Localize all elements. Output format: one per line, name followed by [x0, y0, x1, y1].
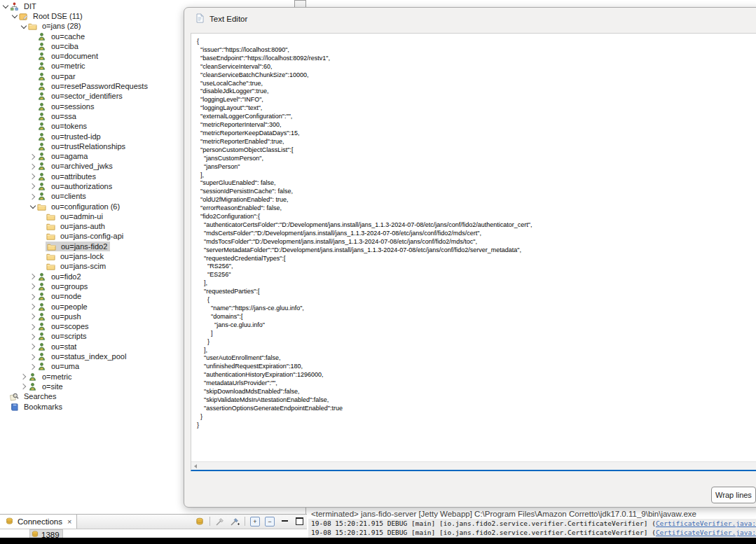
log-text: 19-08 15:20:21.915 DEBUG [main] [io.jans…: [311, 529, 656, 536]
ou-icon: [36, 192, 46, 202]
indent-spacer: [38, 223, 46, 230]
indent-spacer: [29, 73, 36, 81]
tree-item-label: DIT: [22, 2, 39, 11]
close-connection-button[interactable]: [229, 516, 240, 527]
tree-item-label: ou=uma: [49, 362, 81, 371]
expand-arrow-icon[interactable]: [20, 383, 27, 391]
expand-arrow-icon[interactable]: [29, 273, 36, 281]
expand-arrow-icon[interactable]: [29, 363, 36, 370]
folder-icon: [27, 22, 37, 32]
indent-spacer: [29, 123, 36, 130]
console-log-line: 19-08 15:20:21.915 DEBUG [main] [io.jans…: [308, 519, 756, 528]
ou-icon: [36, 92, 46, 102]
text-editor-header: Text Editor: [184, 8, 756, 25]
folder-icon: [46, 232, 55, 242]
indent-spacer: [38, 243, 46, 251]
minimize-button[interactable]: [279, 516, 290, 527]
indent-spacer: [29, 43, 36, 50]
tree-item-label: Bookmarks: [22, 403, 64, 412]
indent-spacer: [29, 33, 36, 41]
ou-icon: [36, 111, 46, 121]
connections-toolbar: +−: [194, 515, 305, 528]
expand-arrow-icon[interactable]: [29, 153, 36, 160]
box-minus-icon: −: [265, 517, 275, 526]
connections-tab-label: Connections: [18, 517, 62, 526]
ou-icon: [36, 132, 46, 141]
rootdse-icon: [18, 11, 28, 21]
indent-spacer: [29, 53, 36, 60]
log-text: 19-08 15:20:21.915 DEBUG [main] [io.jans…: [311, 519, 656, 527]
expand-arrow-icon[interactable]: [29, 353, 36, 361]
tree-item-label: o=jans (28): [40, 22, 83, 31]
wrap-lines-button[interactable]: Wrap lines: [711, 487, 756, 503]
toolbar-separator: [209, 517, 210, 526]
collapse-arrow-icon[interactable]: [20, 22, 27, 30]
folder-icon: [46, 262, 55, 272]
tree-item-label: ou=tokens: [49, 122, 89, 131]
ou-icon: [36, 71, 46, 81]
expand-arrow-icon[interactable]: [29, 313, 36, 321]
indent-spacer: [29, 143, 36, 151]
ou-icon: [36, 302, 46, 312]
tab-connections[interactable]: Connections ×: [0, 515, 77, 529]
expand-arrow-icon[interactable]: [20, 373, 27, 381]
expand-arrow-icon[interactable]: [29, 193, 36, 200]
connections-tab-bar: Connections × +−: [0, 515, 307, 529]
open-connection-button[interactable]: [214, 516, 226, 527]
collapse-all-button[interactable]: −: [264, 516, 275, 527]
expand-arrow-icon[interactable]: [29, 333, 36, 340]
folder-icon: [36, 202, 46, 211]
expand-arrow-icon[interactable]: [29, 283, 36, 291]
ou-icon: [27, 382, 37, 391]
scroll-left-arrow-icon[interactable]: [194, 464, 197, 468]
tree-item-label: ou=agama: [49, 152, 90, 161]
collapse-arrow-icon[interactable]: [11, 13, 18, 20]
console-panel: <terminated> jans-fido-server [Jetty Web…: [308, 508, 756, 538]
expand-all-button[interactable]: +: [249, 516, 261, 527]
collapse-arrow-icon[interactable]: [1, 3, 9, 11]
json-content[interactable]: { "issuer":"https://localhost:8090", "ba…: [191, 34, 756, 430]
new-connection-button[interactable]: [194, 516, 205, 527]
tree-item-label: ou=cache: [49, 32, 87, 41]
folder-icon: [46, 242, 56, 251]
tree-item-label: ou=groups: [49, 282, 90, 291]
searches-icon: [9, 392, 19, 402]
tree-item-label: ou=status_index_pool: [49, 352, 128, 361]
plug-close-icon: [230, 517, 240, 526]
maximize-button[interactable]: [294, 516, 305, 527]
text-editor-panel: Text Editor { "issuer":"https://localhos…: [184, 7, 756, 508]
expand-arrow-icon[interactable]: [29, 343, 36, 351]
tree-item-label: ou=ssa: [49, 112, 78, 121]
ou-icon: [36, 172, 46, 181]
json-text-area[interactable]: { "issuer":"https://localhost:8090", "ba…: [191, 33, 756, 471]
log-source-link[interactable]: CertificateVerifier.java:17: [656, 519, 756, 527]
expand-arrow-icon[interactable]: [29, 303, 36, 311]
indent-spacer: [29, 62, 36, 70]
tree-item-label: ou=admin-ui: [58, 212, 105, 221]
expand-arrow-icon[interactable]: [29, 162, 36, 170]
indent-spacer: [1, 403, 9, 411]
collapse-arrow-icon[interactable]: [29, 203, 36, 211]
bottom-black-bar: [0, 538, 756, 544]
indent-spacer: [29, 103, 36, 111]
expand-arrow-icon[interactable]: [29, 323, 36, 330]
tree-item-label: ou=scripts: [49, 332, 88, 341]
tree-item-label: ou=scopes: [49, 322, 91, 331]
log-source-link[interactable]: CertificateVerifier.java:17: [656, 529, 756, 536]
horizontal-scrollbar[interactable]: [191, 461, 756, 470]
indent-spacer: [38, 253, 46, 260]
expand-arrow-icon[interactable]: [29, 183, 36, 190]
tree-item-label: ou=fido2: [49, 272, 83, 281]
indent-spacer: [29, 92, 36, 100]
tree-item-label: ou=jans-scim: [58, 262, 108, 271]
console-process-title: <terminated> jans-fido-server [Jetty Web…: [308, 508, 756, 519]
tree-item-label: ou=metric: [49, 62, 88, 71]
indent-spacer: [38, 263, 46, 270]
toolbar-separator: [245, 517, 245, 526]
expand-arrow-icon[interactable]: [29, 173, 36, 181]
tree-item-label: o=site: [40, 382, 65, 391]
expand-arrow-icon[interactable]: [29, 293, 36, 300]
tree-item-label: ou=trustRelationships: [49, 142, 128, 151]
close-tab-icon[interactable]: ×: [67, 517, 71, 526]
tree-item-label: ou=push: [49, 312, 83, 321]
